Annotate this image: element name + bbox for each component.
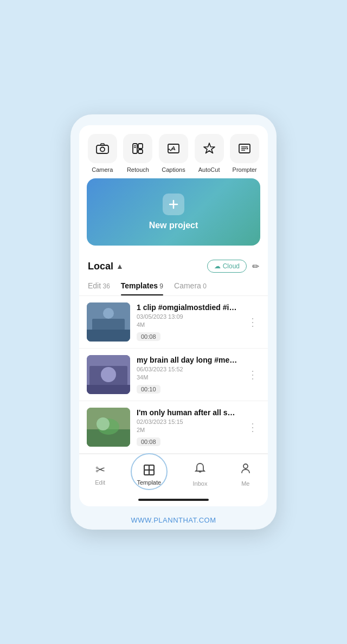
- tab-edit-label: Edit: [88, 281, 101, 290]
- tab-camera-label: Camera: [174, 281, 201, 290]
- nav-item-me[interactable]: Me: [234, 460, 258, 489]
- cloud-button-label: Cloud: [223, 262, 240, 270]
- svg-rect-29: [149, 465, 154, 470]
- project-thumbnail-3: [87, 408, 130, 447]
- scissors-icon: ✂: [95, 463, 105, 477]
- thumb-image-1: [87, 302, 130, 342]
- nav-template-label: Template: [137, 479, 162, 486]
- tab-templates-count: 9: [158, 282, 163, 290]
- svg-rect-23: [87, 385, 130, 394]
- project-info-3: I'm only human after all spinning... 02/…: [137, 408, 239, 446]
- project-more-1[interactable]: ⋮: [245, 315, 260, 329]
- tab-edit-count: 36: [101, 282, 110, 290]
- tools-row: Camera Retouch: [79, 125, 268, 178]
- svg-point-32: [243, 464, 248, 468]
- autocut-icon-box: [195, 134, 224, 163]
- tab-camera[interactable]: Camera 0: [174, 277, 207, 295]
- bell-icon: [194, 462, 207, 478]
- table-row[interactable]: my brain all day long #memecut... 06/03/…: [79, 349, 268, 401]
- project-duration-2: 00:10: [137, 385, 160, 394]
- cloud-upload-icon: ☁: [214, 262, 221, 270]
- tool-captions[interactable]: A Captions: [159, 134, 188, 173]
- nav-me-label: Me: [241, 480, 249, 487]
- tab-camera-count: 0: [201, 282, 207, 290]
- svg-rect-4: [138, 150, 143, 153]
- bell-svg-icon: [194, 462, 207, 475]
- tool-camera[interactable]: Camera: [88, 134, 117, 173]
- nav-item-template[interactable]: Template: [132, 461, 167, 488]
- svg-rect-2: [133, 144, 137, 153]
- retouch-label: Retouch: [127, 166, 149, 173]
- project-thumbnail-1: [87, 302, 130, 342]
- person-svg-icon: [239, 462, 252, 475]
- project-list: 1 clip #omgialmostdied #ialmost... 03/05…: [79, 296, 268, 454]
- project-size-3: 2M: [137, 427, 239, 433]
- retouch-icon-box: [123, 134, 152, 163]
- local-text: Local: [88, 261, 113, 272]
- svg-rect-31: [149, 470, 154, 475]
- nav-item-inbox[interactable]: Inbox: [188, 460, 213, 489]
- edit-pencil-icon[interactable]: ✏: [252, 261, 259, 272]
- project-thumbnail-2: [87, 355, 130, 394]
- project-date-2: 06/03/2023 15:52: [137, 366, 239, 372]
- prompter-label: Prompter: [233, 166, 257, 173]
- thumb-image-3: [87, 408, 130, 447]
- nav-edit-label: Edit: [95, 479, 105, 486]
- thumb-image-2: [87, 355, 130, 394]
- svg-rect-3: [138, 144, 143, 149]
- local-cloud-row: Local ▲ ☁ Cloud ✏: [79, 253, 268, 277]
- svg-rect-28: [144, 465, 149, 470]
- tab-templates-label: Templates: [121, 281, 158, 290]
- new-project-banner[interactable]: New project: [87, 178, 260, 246]
- tab-edit[interactable]: Edit 36: [88, 277, 110, 295]
- new-project-label: New project: [149, 221, 198, 230]
- cloud-actions: ☁ Cloud ✏: [207, 260, 259, 273]
- project-info-2: my brain all day long #memecut... 06/03/…: [137, 356, 239, 394]
- svg-point-27: [97, 417, 110, 430]
- template-icon: [143, 463, 156, 480]
- home-indicator: [138, 499, 209, 501]
- svg-point-18: [103, 308, 114, 319]
- nav-inbox-label: Inbox: [193, 480, 208, 487]
- svg-point-1: [100, 147, 105, 152]
- project-duration-3: 00:08: [137, 437, 160, 446]
- svg-rect-30: [144, 470, 149, 475]
- project-more-3[interactable]: ⋮: [245, 421, 260, 434]
- content-area: Camera Retouch: [79, 125, 268, 506]
- svg-point-22: [101, 367, 116, 382]
- local-label: Local ▲: [88, 261, 124, 272]
- svg-rect-19: [87, 330, 130, 342]
- plus-icon: [168, 198, 179, 210]
- captions-icon: A: [166, 141, 181, 156]
- tab-templates[interactable]: Templates 9: [121, 277, 163, 295]
- tabs-row: Edit 36 Templates 9 Camera 0: [79, 277, 268, 296]
- project-more-2[interactable]: ⋮: [245, 368, 260, 381]
- sort-arrow-icon[interactable]: ▲: [116, 262, 124, 271]
- camera-label: Camera: [92, 166, 113, 173]
- project-title-3: I'm only human after all spinning...: [137, 408, 239, 417]
- project-duration-1: 00:08: [137, 332, 160, 341]
- project-size-1: 4M: [137, 321, 239, 328]
- svg-marker-13: [247, 147, 248, 150]
- captions-icon-box: A: [159, 134, 188, 163]
- bottom-nav: ✂ Edit Template: [79, 454, 268, 495]
- camera-icon-box: [88, 134, 117, 163]
- project-date-3: 02/03/2023 15:15: [137, 418, 239, 425]
- project-title-1: 1 clip #omgialmostdied #ialmost...: [137, 303, 239, 312]
- table-row[interactable]: I'm only human after all spinning... 02/…: [79, 401, 268, 454]
- tool-prompter[interactable]: Prompter: [230, 134, 259, 173]
- tool-autocut[interactable]: AutoCut: [195, 134, 224, 173]
- project-size-2: 34M: [137, 374, 239, 381]
- prompter-icon-box: [230, 134, 259, 163]
- table-row[interactable]: 1 clip #omgialmostdied #ialmost... 03/05…: [79, 296, 268, 349]
- template-grid-icon: [143, 463, 156, 476]
- phone-container: Camera Retouch: [70, 114, 277, 530]
- project-info-1: 1 clip #omgialmostdied #ialmost... 03/05…: [137, 303, 239, 341]
- nav-item-edit[interactable]: ✂ Edit: [89, 461, 111, 488]
- tool-retouch[interactable]: Retouch: [123, 134, 152, 173]
- new-project-plus-icon: [163, 194, 184, 215]
- cloud-button[interactable]: ☁ Cloud: [207, 260, 247, 273]
- footer-url: WWW.PLANNTHAT.COM: [70, 506, 277, 530]
- project-title-2: my brain all day long #memecut...: [137, 356, 239, 364]
- prompter-icon: [237, 141, 252, 156]
